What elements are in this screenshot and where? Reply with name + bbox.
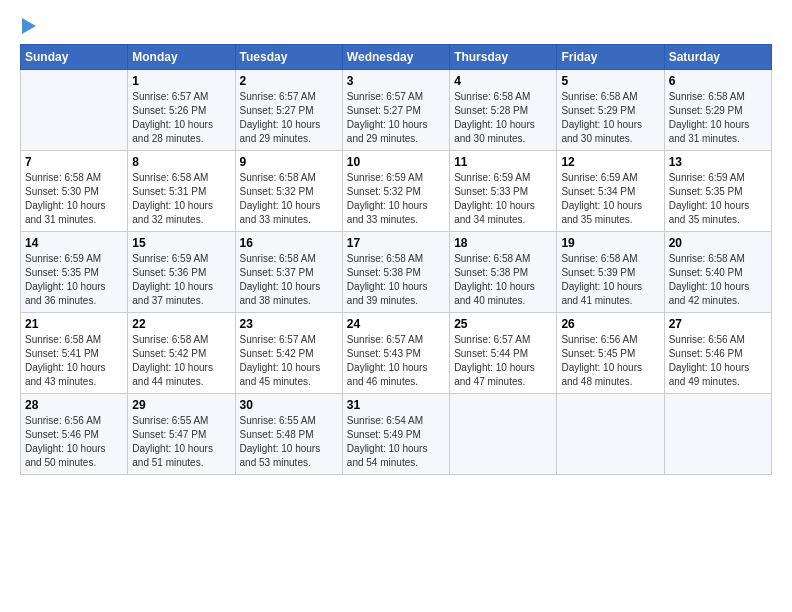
logo — [20, 18, 36, 34]
day-number: 31 — [347, 398, 445, 412]
day-info: Sunrise: 6:56 AM Sunset: 5:46 PM Dayligh… — [25, 414, 123, 470]
day-number: 2 — [240, 74, 338, 88]
day-number: 21 — [25, 317, 123, 331]
day-info: Sunrise: 6:58 AM Sunset: 5:37 PM Dayligh… — [240, 252, 338, 308]
day-cell: 17Sunrise: 6:58 AM Sunset: 5:38 PM Dayli… — [342, 232, 449, 313]
day-cell: 24Sunrise: 6:57 AM Sunset: 5:43 PM Dayli… — [342, 313, 449, 394]
day-number: 1 — [132, 74, 230, 88]
day-cell: 7Sunrise: 6:58 AM Sunset: 5:30 PM Daylig… — [21, 151, 128, 232]
page: SundayMondayTuesdayWednesdayThursdayFrid… — [0, 0, 792, 485]
day-info: Sunrise: 6:58 AM Sunset: 5:38 PM Dayligh… — [347, 252, 445, 308]
day-info: Sunrise: 6:59 AM Sunset: 5:35 PM Dayligh… — [669, 171, 767, 227]
day-info: Sunrise: 6:54 AM Sunset: 5:49 PM Dayligh… — [347, 414, 445, 470]
day-number: 17 — [347, 236, 445, 250]
header-cell-friday: Friday — [557, 45, 664, 70]
day-number: 20 — [669, 236, 767, 250]
day-number: 11 — [454, 155, 552, 169]
day-info: Sunrise: 6:58 AM Sunset: 5:40 PM Dayligh… — [669, 252, 767, 308]
day-number: 18 — [454, 236, 552, 250]
day-number: 8 — [132, 155, 230, 169]
day-number: 3 — [347, 74, 445, 88]
day-info: Sunrise: 6:55 AM Sunset: 5:48 PM Dayligh… — [240, 414, 338, 470]
day-info: Sunrise: 6:58 AM Sunset: 5:28 PM Dayligh… — [454, 90, 552, 146]
day-cell — [450, 394, 557, 475]
day-info: Sunrise: 6:55 AM Sunset: 5:47 PM Dayligh… — [132, 414, 230, 470]
day-cell — [557, 394, 664, 475]
day-info: Sunrise: 6:56 AM Sunset: 5:45 PM Dayligh… — [561, 333, 659, 389]
day-info: Sunrise: 6:58 AM Sunset: 5:29 PM Dayligh… — [669, 90, 767, 146]
day-info: Sunrise: 6:59 AM Sunset: 5:36 PM Dayligh… — [132, 252, 230, 308]
day-cell: 16Sunrise: 6:58 AM Sunset: 5:37 PM Dayli… — [235, 232, 342, 313]
day-info: Sunrise: 6:58 AM Sunset: 5:39 PM Dayligh… — [561, 252, 659, 308]
week-row-3: 14Sunrise: 6:59 AM Sunset: 5:35 PM Dayli… — [21, 232, 772, 313]
day-cell — [21, 70, 128, 151]
day-cell: 31Sunrise: 6:54 AM Sunset: 5:49 PM Dayli… — [342, 394, 449, 475]
day-info: Sunrise: 6:57 AM Sunset: 5:26 PM Dayligh… — [132, 90, 230, 146]
day-cell: 20Sunrise: 6:58 AM Sunset: 5:40 PM Dayli… — [664, 232, 771, 313]
day-cell: 11Sunrise: 6:59 AM Sunset: 5:33 PM Dayli… — [450, 151, 557, 232]
header — [20, 18, 772, 34]
day-number: 6 — [669, 74, 767, 88]
day-cell: 30Sunrise: 6:55 AM Sunset: 5:48 PM Dayli… — [235, 394, 342, 475]
day-number: 30 — [240, 398, 338, 412]
week-row-2: 7Sunrise: 6:58 AM Sunset: 5:30 PM Daylig… — [21, 151, 772, 232]
day-cell: 12Sunrise: 6:59 AM Sunset: 5:34 PM Dayli… — [557, 151, 664, 232]
day-number: 28 — [25, 398, 123, 412]
day-number: 27 — [669, 317, 767, 331]
day-info: Sunrise: 6:59 AM Sunset: 5:33 PM Dayligh… — [454, 171, 552, 227]
header-cell-wednesday: Wednesday — [342, 45, 449, 70]
day-cell: 14Sunrise: 6:59 AM Sunset: 5:35 PM Dayli… — [21, 232, 128, 313]
header-cell-sunday: Sunday — [21, 45, 128, 70]
day-cell: 18Sunrise: 6:58 AM Sunset: 5:38 PM Dayli… — [450, 232, 557, 313]
day-cell: 1Sunrise: 6:57 AM Sunset: 5:26 PM Daylig… — [128, 70, 235, 151]
day-number: 4 — [454, 74, 552, 88]
day-number: 7 — [25, 155, 123, 169]
day-info: Sunrise: 6:57 AM Sunset: 5:44 PM Dayligh… — [454, 333, 552, 389]
header-cell-saturday: Saturday — [664, 45, 771, 70]
day-info: Sunrise: 6:59 AM Sunset: 5:32 PM Dayligh… — [347, 171, 445, 227]
day-cell: 26Sunrise: 6:56 AM Sunset: 5:45 PM Dayli… — [557, 313, 664, 394]
day-info: Sunrise: 6:57 AM Sunset: 5:27 PM Dayligh… — [240, 90, 338, 146]
day-number: 12 — [561, 155, 659, 169]
day-cell: 10Sunrise: 6:59 AM Sunset: 5:32 PM Dayli… — [342, 151, 449, 232]
day-info: Sunrise: 6:58 AM Sunset: 5:30 PM Dayligh… — [25, 171, 123, 227]
day-cell: 21Sunrise: 6:58 AM Sunset: 5:41 PM Dayli… — [21, 313, 128, 394]
day-number: 29 — [132, 398, 230, 412]
day-cell: 8Sunrise: 6:58 AM Sunset: 5:31 PM Daylig… — [128, 151, 235, 232]
week-row-4: 21Sunrise: 6:58 AM Sunset: 5:41 PM Dayli… — [21, 313, 772, 394]
week-row-1: 1Sunrise: 6:57 AM Sunset: 5:26 PM Daylig… — [21, 70, 772, 151]
day-info: Sunrise: 6:59 AM Sunset: 5:34 PM Dayligh… — [561, 171, 659, 227]
day-info: Sunrise: 6:58 AM Sunset: 5:41 PM Dayligh… — [25, 333, 123, 389]
day-cell: 27Sunrise: 6:56 AM Sunset: 5:46 PM Dayli… — [664, 313, 771, 394]
day-number: 9 — [240, 155, 338, 169]
day-number: 22 — [132, 317, 230, 331]
day-info: Sunrise: 6:57 AM Sunset: 5:43 PM Dayligh… — [347, 333, 445, 389]
day-cell: 3Sunrise: 6:57 AM Sunset: 5:27 PM Daylig… — [342, 70, 449, 151]
day-number: 25 — [454, 317, 552, 331]
day-cell: 4Sunrise: 6:58 AM Sunset: 5:28 PM Daylig… — [450, 70, 557, 151]
day-cell: 28Sunrise: 6:56 AM Sunset: 5:46 PM Dayli… — [21, 394, 128, 475]
day-cell: 29Sunrise: 6:55 AM Sunset: 5:47 PM Dayli… — [128, 394, 235, 475]
day-info: Sunrise: 6:56 AM Sunset: 5:46 PM Dayligh… — [669, 333, 767, 389]
day-number: 24 — [347, 317, 445, 331]
header-cell-tuesday: Tuesday — [235, 45, 342, 70]
day-cell: 25Sunrise: 6:57 AM Sunset: 5:44 PM Dayli… — [450, 313, 557, 394]
day-number: 26 — [561, 317, 659, 331]
day-number: 16 — [240, 236, 338, 250]
day-info: Sunrise: 6:57 AM Sunset: 5:42 PM Dayligh… — [240, 333, 338, 389]
day-info: Sunrise: 6:57 AM Sunset: 5:27 PM Dayligh… — [347, 90, 445, 146]
day-cell: 6Sunrise: 6:58 AM Sunset: 5:29 PM Daylig… — [664, 70, 771, 151]
day-number: 23 — [240, 317, 338, 331]
day-info: Sunrise: 6:58 AM Sunset: 5:38 PM Dayligh… — [454, 252, 552, 308]
day-number: 5 — [561, 74, 659, 88]
day-number: 14 — [25, 236, 123, 250]
day-cell: 13Sunrise: 6:59 AM Sunset: 5:35 PM Dayli… — [664, 151, 771, 232]
day-info: Sunrise: 6:58 AM Sunset: 5:32 PM Dayligh… — [240, 171, 338, 227]
header-cell-thursday: Thursday — [450, 45, 557, 70]
day-cell: 19Sunrise: 6:58 AM Sunset: 5:39 PM Dayli… — [557, 232, 664, 313]
day-cell: 9Sunrise: 6:58 AM Sunset: 5:32 PM Daylig… — [235, 151, 342, 232]
day-number: 13 — [669, 155, 767, 169]
header-cell-monday: Monday — [128, 45, 235, 70]
day-info: Sunrise: 6:58 AM Sunset: 5:31 PM Dayligh… — [132, 171, 230, 227]
day-cell: 5Sunrise: 6:58 AM Sunset: 5:29 PM Daylig… — [557, 70, 664, 151]
